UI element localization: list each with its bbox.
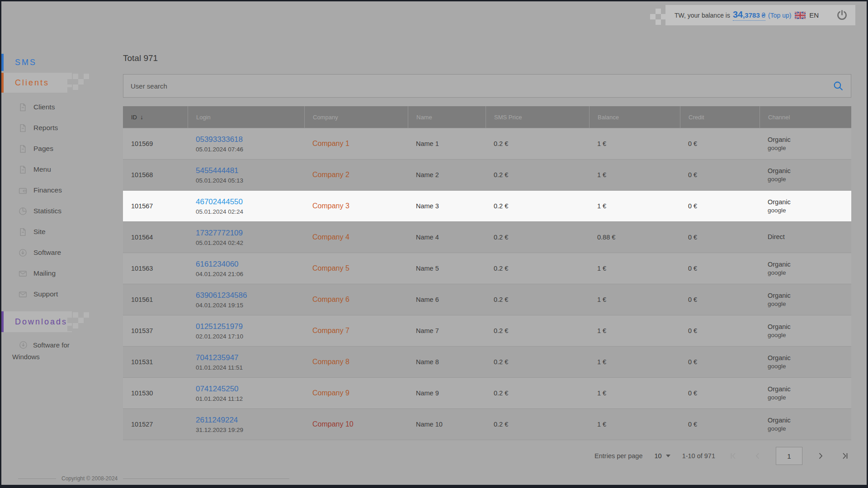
search-input[interactable] xyxy=(123,75,826,97)
company-link[interactable]: Company 1 xyxy=(312,140,408,148)
divider xyxy=(123,479,289,479)
cell-credit: 0 € xyxy=(680,409,760,440)
registration-date: 05.01.2024 05:13 xyxy=(196,177,304,184)
sidebar-item-label: Pages xyxy=(33,145,53,153)
sidebar-item-menu[interactable]: Menu xyxy=(1,159,101,180)
cell-balance: 1 € xyxy=(589,315,680,346)
login-link[interactable]: 0741245250 xyxy=(196,385,304,394)
cell-channel: Organic google xyxy=(760,378,851,408)
sidebar-item-software[interactable]: Software xyxy=(1,242,101,263)
logout-power-button[interactable] xyxy=(836,9,848,21)
company-link[interactable]: Company 4 xyxy=(312,233,408,241)
sidebar-item-site[interactable]: Site xyxy=(1,221,101,242)
sidebar-item-pages[interactable]: Pages xyxy=(1,138,101,159)
login-link[interactable]: 01251251979 xyxy=(196,322,304,331)
search-button[interactable] xyxy=(826,75,851,97)
sidebar-section-label: Downloads xyxy=(15,317,67,327)
sidebar-item-finances[interactable]: Finances xyxy=(1,180,101,201)
company-link[interactable]: Company 6 xyxy=(312,296,408,304)
next-page-button[interactable] xyxy=(814,447,827,465)
column-header-name[interactable]: Name xyxy=(408,106,486,128)
table-row[interactable]: 101537 01251251979 02.01.2024 17:10 Comp… xyxy=(123,315,851,346)
login-link[interactable]: 2611249224 xyxy=(196,416,304,425)
company-link[interactable]: Company 8 xyxy=(312,358,408,366)
sidebar-item-mailing[interactable]: Mailing xyxy=(1,263,101,284)
sidebar-section-label: Clients xyxy=(15,78,49,88)
registration-date: 05.01.2024 02:42 xyxy=(196,239,304,246)
column-header-credit[interactable]: Credit xyxy=(680,106,760,128)
column-header-balance[interactable]: Balance xyxy=(589,106,680,128)
cell-credit: 0 € xyxy=(680,222,760,253)
sidebar-item-reports[interactable]: Reports xyxy=(1,117,101,138)
table-row[interactable]: 101527 2611249224 31.12.2023 19:29 Compa… xyxy=(123,408,851,440)
previous-page-button[interactable] xyxy=(751,447,764,465)
cell-channel: Organic google xyxy=(760,409,851,440)
cell-company: Company 10 xyxy=(304,409,408,440)
table-row[interactable]: 101561 639061234586 04.01.2024 19:15 Com… xyxy=(123,284,851,315)
company-link[interactable]: Company 9 xyxy=(312,389,408,397)
first-page-button[interactable] xyxy=(727,447,740,465)
cell-name: Name 4 xyxy=(408,222,486,253)
sidebar-item-label: Mailing xyxy=(33,269,56,277)
cell-balance: 1 € xyxy=(589,409,680,440)
table-row[interactable]: 101563 6161234060 04.01.2024 21:06 Compa… xyxy=(123,253,851,284)
login-link[interactable]: 6161234060 xyxy=(196,260,304,269)
column-header-company[interactable]: Company xyxy=(304,106,408,128)
cell-balance: 1 € xyxy=(589,284,680,315)
clients-admin-page: TW, your balance is 34 ,3783 ₴ (Top up) … xyxy=(0,0,868,488)
company-link[interactable]: Company 7 xyxy=(312,327,408,335)
sidebar-item-label: Reports xyxy=(33,124,58,132)
last-page-button[interactable] xyxy=(839,447,851,465)
column-header-sms-price[interactable]: SMS Price xyxy=(486,106,589,128)
cell-sms-price: 0.2 € xyxy=(486,160,589,190)
login-link[interactable]: 639061234586 xyxy=(196,291,304,300)
sidebar-item-statistics[interactable]: Statistics xyxy=(1,201,101,221)
language-selector[interactable]: EN xyxy=(795,11,819,19)
company-link[interactable]: Company 5 xyxy=(312,264,408,272)
cell-company: Company 3 xyxy=(304,191,408,221)
column-header-login[interactable]: Login xyxy=(188,106,304,128)
first-page-icon xyxy=(729,451,738,460)
cell-credit: 0 € xyxy=(680,315,760,346)
cell-balance: 1 € xyxy=(589,378,680,408)
table-row[interactable]: 101569 05393333618 05.01.2024 07:46 Comp… xyxy=(123,128,851,159)
column-header-channel[interactable]: Channel xyxy=(760,106,851,128)
sidebar-item-software-for-windows[interactable]: Software for Windows xyxy=(1,339,81,363)
login-link[interactable]: 46702444550 xyxy=(196,197,304,206)
login-link[interactable]: 5455444481 xyxy=(196,166,304,175)
login-link[interactable]: 17327772109 xyxy=(196,229,304,238)
entries-per-page-select[interactable]: 10 xyxy=(654,452,670,460)
company-link[interactable]: Company 2 xyxy=(312,171,408,179)
cell-company: Company 5 xyxy=(304,253,408,284)
column-header-id[interactable]: ID ↓ xyxy=(123,106,188,128)
cell-credit: 0 € xyxy=(680,378,760,408)
table-row-highlighted[interactable]: 101567 46702444550 05.01.2024 02:24 Comp… xyxy=(123,190,851,221)
cell-company: Company 7 xyxy=(304,315,408,346)
login-link[interactable]: 05393333618 xyxy=(196,135,304,144)
registration-date: 31.12.2023 19:29 xyxy=(196,427,304,433)
balance-greeting: TW, your balance is xyxy=(675,12,730,19)
sidebar-section-sms[interactable]: SMS xyxy=(1,54,99,71)
power-icon xyxy=(836,9,848,21)
entries-per-page-label: Entries per page xyxy=(594,452,642,460)
company-link[interactable]: Company 3 xyxy=(312,202,408,210)
table-row[interactable]: 101564 17327772109 05.01.2024 02:42 Comp… xyxy=(123,221,851,253)
balance-amount-link[interactable]: 34 ,3783 ₴ xyxy=(733,9,765,21)
cell-login: 46702444550 05.01.2024 02:24 xyxy=(188,191,304,221)
sidebar-item-support[interactable]: Support xyxy=(1,284,101,305)
cell-name: Name 1 xyxy=(408,128,486,159)
pie-chart-icon xyxy=(19,207,27,216)
login-link[interactable]: 7041235947 xyxy=(196,353,304,362)
cell-name: Name 2 xyxy=(408,160,486,190)
cell-balance: 1 € xyxy=(589,253,680,284)
top-up-link[interactable]: (Top up) xyxy=(768,12,791,19)
sidebar-item-clients[interactable]: Clients xyxy=(1,97,101,117)
table-row[interactable]: 101530 0741245250 01.01.2024 11:12 Compa… xyxy=(123,377,851,408)
cell-id: 101567 xyxy=(123,191,188,221)
table-row[interactable]: 101531 7041235947 01.01.2024 11:51 Compa… xyxy=(123,346,851,377)
table-row[interactable]: 101568 5455444481 05.01.2024 05:13 Compa… xyxy=(123,159,851,190)
company-link[interactable]: Company 10 xyxy=(312,420,408,428)
download-icon xyxy=(19,341,28,349)
page-number-input[interactable]: 1 xyxy=(776,447,802,465)
registration-date: 02.01.2024 17:10 xyxy=(196,333,304,340)
